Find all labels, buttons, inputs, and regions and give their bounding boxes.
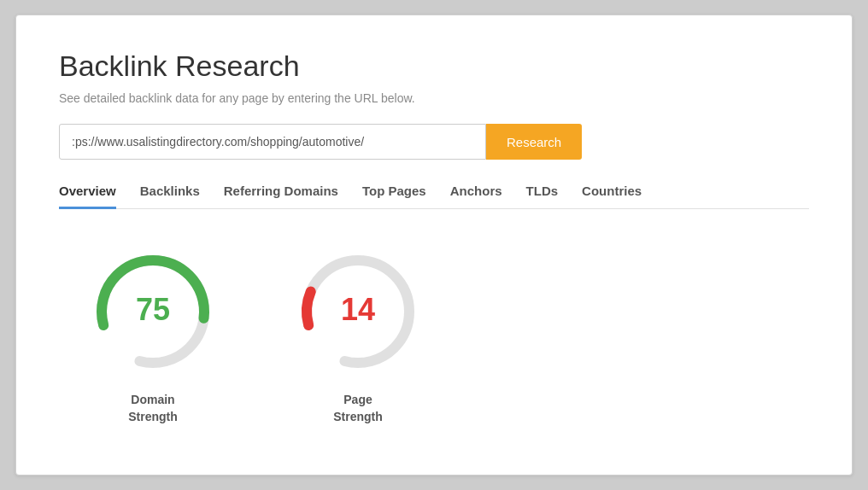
page-strength-gauge: 14 PageStrength	[290, 243, 426, 425]
tab-tlds[interactable]: TLDs	[526, 184, 559, 209]
page-strength-label: PageStrength	[333, 392, 383, 425]
search-row: Research	[59, 124, 809, 160]
main-window: Backlink Research See detailed backlink …	[15, 15, 853, 475]
page-strength-value: 14	[341, 292, 375, 327]
domain-strength-gauge: 75 DomainStrength	[85, 243, 221, 425]
research-button[interactable]: Research	[486, 124, 582, 160]
url-input[interactable]	[59, 124, 486, 160]
domain-strength-label: DomainStrength	[128, 392, 178, 425]
domain-strength-svg: 75	[85, 243, 221, 380]
subtitle: See detailed backlink data for any page …	[59, 91, 809, 105]
tab-anchors[interactable]: Anchors	[450, 184, 502, 209]
tab-top-pages[interactable]: Top Pages	[362, 184, 426, 209]
tab-overview[interactable]: Overview	[59, 184, 116, 209]
page-title: Backlink Research	[59, 50, 809, 83]
tab-countries[interactable]: Countries	[582, 184, 642, 209]
tab-backlinks[interactable]: Backlinks	[140, 184, 200, 209]
gauges-section: 75 DomainStrength 14 PageStrength	[59, 243, 809, 425]
tab-referring-domains[interactable]: Referring Domains	[224, 184, 338, 209]
page-strength-svg: 14	[290, 243, 426, 380]
domain-strength-value: 75	[136, 292, 170, 327]
tabs-nav: Overview Backlinks Referring Domains Top…	[59, 184, 809, 209]
